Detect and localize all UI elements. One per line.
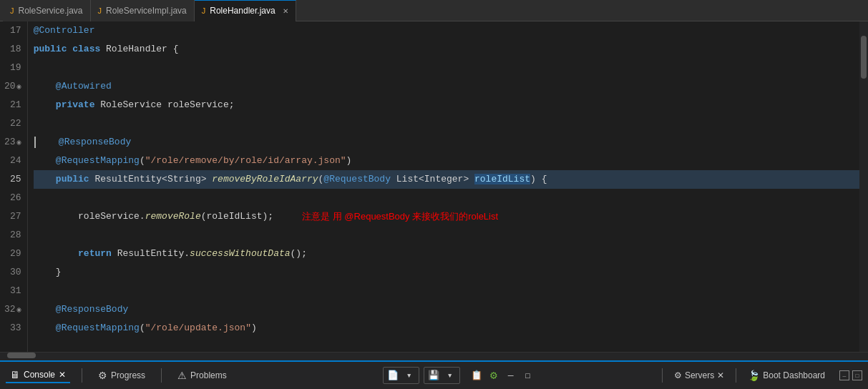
tab-console[interactable]: 🖥 Console ✕ [6,368,70,383]
progress-tab-label: Progress [111,370,145,380]
open-file-button[interactable]: 📄 [385,368,401,383]
code-line-24: @RequestMapping("/role/remove/by/role/id… [34,152,859,170]
spring-boot-icon: ⚙ [486,368,502,383]
line-26: 26 [4,189,21,207]
separator [82,368,82,383]
servers-close-icon[interactable]: ✕ [717,370,724,380]
console-bar: 🖥 Console ✕ ⚙ Progress ⚠ Problems 📄 ▾ 💾 … [0,360,868,389]
console-toolbar: 📄 ▾ 💾 ▾ 📋 ⚙ — ☐ [383,367,536,384]
maximize-view-button[interactable]: □ [852,370,862,380]
minus-button[interactable]: — [503,368,519,383]
dropdown-button[interactable]: ▾ [401,368,417,383]
code-line-26 [34,189,859,207]
line-32: 32◉ [4,300,21,319]
code-content[interactable]: @Controller public class RoleHandler { @… [28,21,859,352]
line-21: 21 [4,96,21,114]
spacer-1 [462,368,467,383]
save-button[interactable]: 💾 [426,368,442,383]
line-27: 27 [4,207,21,226]
code-line-25: public ResultEntity<String> removeByRole… [34,170,859,189]
line-30: 30 [4,263,21,282]
line-24: 24 [4,152,21,170]
console-tab-close-icon[interactable]: ✕ [59,370,66,380]
paste-button[interactable]: 📋 [469,368,484,383]
code-line-17: @Controller [34,21,859,40]
java-file-icon: J [98,6,102,15]
tab-problems[interactable]: ⚠ Problems [173,368,231,383]
console-icon: 🖥 [10,369,20,380]
line-22: 22 [4,114,21,133]
code-line-33: @RequestMapping("/role/update.json") [34,319,859,338]
scrollbar-thumb-h[interactable] [7,353,36,358]
problems-tab-label: Problems [190,370,227,380]
window-controls: — □ [839,370,862,380]
boot-dashboard-section[interactable]: 🍃 Boot Dashboard [748,370,825,381]
code-line-18: public class RoleHandler { [34,40,859,59]
scrollbar-thumb-v[interactable] [861,36,867,79]
code-line-28 [34,226,859,245]
tab-bar: J RoleService.java J RoleServiceImpl.jav… [0,0,868,21]
tab-label: RoleService.java [19,6,83,16]
code-line-22 [34,114,859,133]
tab-close-icon[interactable]: ✕ [283,7,288,15]
line-20: 20◉ [4,77,21,96]
code-line-32: @ResponseBody [34,300,859,319]
code-line-20: @Autowired [34,77,859,96]
toolbar-group-1: 📄 ▾ [383,367,419,384]
line-19: 19 [4,59,21,77]
code-line-31 [34,282,859,300]
separator-2 [161,368,162,383]
vertical-scrollbar[interactable] [859,21,868,352]
separator-4 [736,368,736,383]
minimize-view-button[interactable]: — [839,370,849,380]
inline-comment: 注意是 用 @RequestBody 来接收我们的roleList [302,207,498,226]
line-23: 23◉ [4,133,21,152]
code-line-30: } [34,263,859,282]
server-icon: ⚙ [674,370,682,380]
problems-icon: ⚠ [177,370,187,381]
tab-label: RoleHandler.java [210,6,275,16]
tab-role-handler[interactable]: J RoleHandler.java ✕ [195,0,296,21]
code-line-19 [34,59,859,77]
editor-area: 17 18 19 20◉ 21 22 23◉ 24 25 26 27 28 29… [0,21,868,352]
tab-role-service-impl[interactable]: J RoleServiceImpl.java [91,0,195,21]
toolbar-group-2: 💾 ▾ [424,367,460,384]
code-line-21: private RoleService roleService; [34,96,859,114]
boot-dash-icon: 🍃 [748,370,760,381]
horizontal-scroll-bar[interactable] [0,352,868,360]
line-29: 29 [4,245,21,263]
tab-role-service[interactable]: J RoleService.java [3,0,91,21]
progress-icon: ⚙ [98,370,107,381]
code-line-23: @ResponseBody [34,133,859,152]
separator-3 [662,368,663,383]
servers-label-text: Servers [685,370,714,380]
line-33: 33 [4,319,21,338]
line-31: 31 [4,282,21,300]
maximize-button[interactable]: ☐ [520,368,536,383]
dropdown-button-2[interactable]: ▾ [442,368,458,383]
line-17: 17 [4,21,21,40]
line-number-gutter: 17 18 19 20◉ 21 22 23◉ 24 25 26 27 28 29… [0,21,28,352]
code-line-27: roleService.removeRole(roleIdList); 注意是 … [34,207,859,226]
line-28: 28 [4,226,21,245]
line-18: 18 [4,40,21,59]
tab-progress[interactable]: ⚙ Progress [94,368,150,383]
boot-dash-label-text: Boot Dashboard [763,370,825,380]
console-tab-label: Console [24,370,55,380]
line-25: 25 [4,170,21,189]
tab-label: RoleServiceImpl.java [106,6,187,16]
code-line-29: return ResultEntity.successWithoutData()… [34,245,859,263]
servers-section[interactable]: ⚙ Servers ✕ [674,370,724,380]
java-file-icon: J [202,6,206,15]
java-file-icon: J [10,6,14,15]
